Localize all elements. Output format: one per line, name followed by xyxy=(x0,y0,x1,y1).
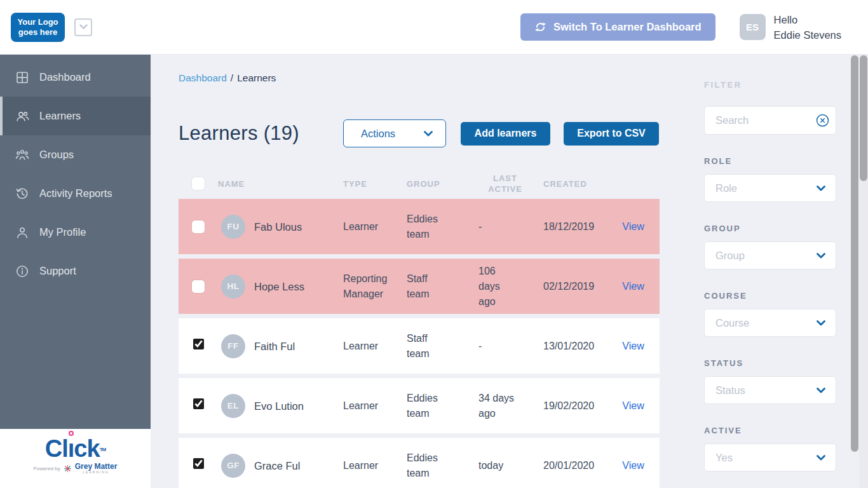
row-checkbox[interactable] xyxy=(193,339,204,349)
learner-group: Eddies team xyxy=(400,451,473,481)
sidebar-item-label: Groups xyxy=(39,149,74,161)
grey-matter-spark-icon xyxy=(64,464,72,473)
breadcrumb-current: Learners xyxy=(237,72,276,83)
learner-created: 13/01/2020 xyxy=(537,339,607,354)
greeting-hello: Hello xyxy=(774,12,841,27)
info-circle-icon xyxy=(15,264,29,278)
learner-name: Hope Less xyxy=(254,279,304,294)
avatar: FF xyxy=(221,334,245,358)
export-to-csv-button[interactable]: Export to CSV xyxy=(564,122,659,146)
click-logo-text: Clıck xyxy=(45,435,100,462)
chevron-down-icon xyxy=(817,455,825,461)
switch-to-learner-dashboard-button[interactable]: Switch To Learner Dashboard xyxy=(520,13,715,41)
group-select-value: Group xyxy=(715,250,745,262)
logo-dropdown-toggle[interactable] xyxy=(74,18,92,36)
learner-last-active: today xyxy=(473,458,537,473)
role-select-value: Role xyxy=(715,182,737,194)
add-learners-button[interactable]: Add learners xyxy=(461,122,550,146)
column-header-name: NAME xyxy=(213,179,334,189)
view-cell: View xyxy=(607,398,660,414)
role-filter-label: ROLE xyxy=(704,156,836,166)
click-logo-tm: TM xyxy=(100,447,106,452)
actions-dropdown-label: Actions xyxy=(361,128,395,140)
breadcrumb-dashboard-link[interactable]: Dashboard xyxy=(179,72,227,83)
avatar-initials: ES xyxy=(746,22,759,32)
view-cell: View xyxy=(607,458,660,473)
dashboard-grid-icon xyxy=(15,71,29,85)
learner-type: Learner xyxy=(334,339,400,354)
sidebar-footer: ClıckTM Powered by Grey Matter LEARNING xyxy=(0,429,151,488)
sidebar-item-my-profile[interactable]: My Profile xyxy=(0,213,151,252)
refresh-icon xyxy=(534,21,546,33)
learner-name-cell: GFGrace Ful xyxy=(213,454,334,478)
panel-scrollbar-thumb[interactable] xyxy=(851,55,858,452)
active-select[interactable]: Yes xyxy=(704,444,836,471)
row-checkbox[interactable] xyxy=(192,280,205,293)
course-select[interactable]: Course xyxy=(704,309,836,337)
table-row: HLHope LessReporting ManagerStaff team10… xyxy=(179,259,660,314)
view-link[interactable]: View xyxy=(622,281,644,292)
learner-group: Eddies team xyxy=(400,212,473,242)
sidebar-item-label: Activity Reports xyxy=(39,187,112,200)
filter-panel: FILTER ROLE Role GROUP Group COURSE Cour… xyxy=(704,55,836,488)
learner-name: Fab Ulous xyxy=(254,219,302,234)
learner-last-active: - xyxy=(473,339,537,354)
row-checkbox[interactable] xyxy=(192,220,205,233)
learner-group: Eddies team xyxy=(400,391,473,421)
avatar: EL xyxy=(221,394,245,418)
sidebar-item-activity-reports[interactable]: Activity Reports xyxy=(0,174,151,213)
learner-name: Faith Ful xyxy=(254,339,295,354)
view-link[interactable]: View xyxy=(622,460,644,471)
learner-name-cell: ELEvo Lution xyxy=(213,394,334,418)
view-link[interactable]: View xyxy=(622,221,644,232)
user-greeting: Hello Eddie Stevens xyxy=(774,12,841,43)
view-cell: View xyxy=(607,279,660,294)
learner-name: Grace Ful xyxy=(254,458,300,473)
column-header-type: TYPE xyxy=(334,179,400,189)
sidebar-item-label: Dashboard xyxy=(39,71,91,83)
role-select[interactable]: Role xyxy=(704,174,836,202)
clear-search-icon[interactable] xyxy=(816,114,829,127)
learner-last-active: 106 days ago xyxy=(473,264,537,309)
row-checkbox[interactable] xyxy=(193,458,204,469)
status-select[interactable]: Status xyxy=(704,376,836,404)
logo-line1: Your Logo xyxy=(17,17,58,27)
status-filter-label: STATUS xyxy=(704,358,836,368)
status-select-value: Status xyxy=(715,384,745,396)
search-field-wrap xyxy=(704,106,836,135)
view-link[interactable]: View xyxy=(622,341,644,351)
history-clock-icon xyxy=(15,187,29,201)
actions-dropdown[interactable]: Actions xyxy=(343,119,446,147)
view-cell: View xyxy=(607,339,660,354)
chevron-down-icon xyxy=(79,24,88,30)
row-checkbox[interactable] xyxy=(193,398,204,409)
view-cell: View xyxy=(607,219,660,234)
groups-people-icon xyxy=(15,148,29,162)
person-icon xyxy=(15,226,29,240)
learner-last-active: 34 days ago xyxy=(473,391,537,421)
learner-type: Reporting Manager xyxy=(334,271,400,302)
chevron-down-icon xyxy=(424,131,433,137)
learner-group: Staff team xyxy=(400,331,473,362)
main-content: Dashboard/Learners Learners (19) Actions… xyxy=(151,55,660,488)
select-all-checkbox[interactable] xyxy=(192,177,205,190)
learner-group: Staff team xyxy=(400,271,473,302)
table-row: GFGrace FulLearnerEddies teamtoday20/01/… xyxy=(179,438,660,488)
filter-title: FILTER xyxy=(704,80,836,90)
powered-by-row: Powered by Grey Matter LEARNING xyxy=(34,463,118,474)
click-logo-dot xyxy=(69,431,74,436)
view-link[interactable]: View xyxy=(622,400,644,411)
chevron-down-icon xyxy=(817,320,825,326)
page-scrollbar-thumb[interactable] xyxy=(860,55,867,181)
sidebar-item-support[interactable]: Support xyxy=(0,252,151,290)
learner-name-cell: FFFaith Ful xyxy=(213,334,334,358)
sidebar-item-dashboard[interactable]: Dashboard xyxy=(0,58,151,97)
learner-created: 18/12/2019 xyxy=(537,219,607,234)
click-logo: ClıckTM xyxy=(45,437,105,461)
sidebar-item-groups[interactable]: Groups xyxy=(0,135,151,174)
learner-created: 02/12/2019 xyxy=(537,279,607,294)
user-avatar[interactable]: ES xyxy=(740,14,766,40)
avatar: HL xyxy=(221,274,245,299)
sidebar-item-learners[interactable]: Learners xyxy=(0,97,151,135)
group-select[interactable]: Group xyxy=(704,241,836,269)
